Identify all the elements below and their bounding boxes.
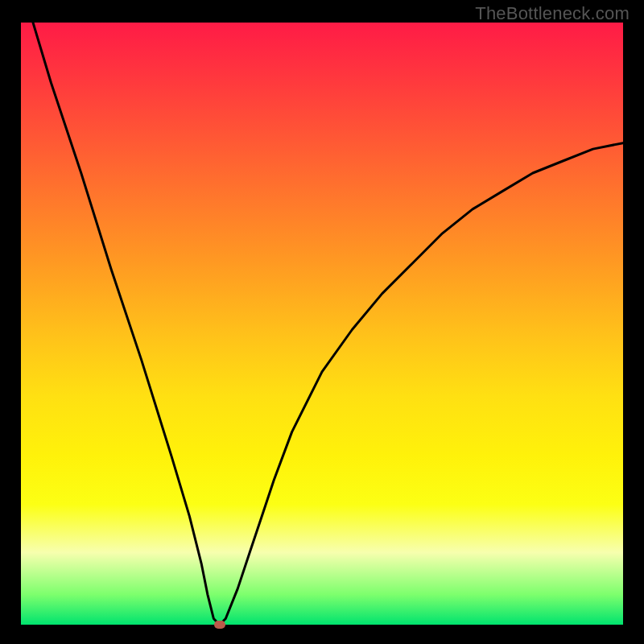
curve-svg	[21, 23, 623, 625]
chart-frame: TheBottleneck.com	[0, 0, 644, 644]
watermark-label: TheBottleneck.com	[475, 3, 630, 24]
plot-area	[21, 23, 623, 625]
optimum-marker	[214, 621, 225, 629]
bottleneck-curve	[33, 23, 623, 625]
